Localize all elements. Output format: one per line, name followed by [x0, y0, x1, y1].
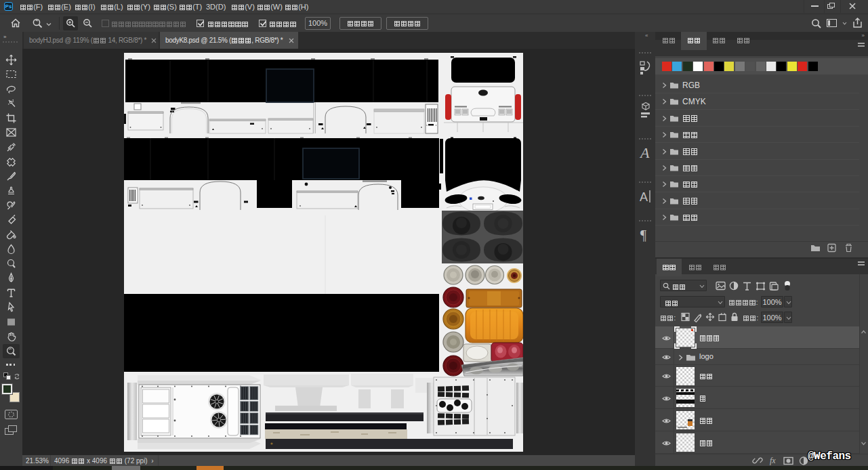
svg-text:A: A — [639, 144, 650, 161]
svg-text:A: A — [640, 190, 648, 204]
svg-text:fx: fx — [770, 456, 776, 465]
svg-text:¶: ¶ — [640, 228, 646, 242]
